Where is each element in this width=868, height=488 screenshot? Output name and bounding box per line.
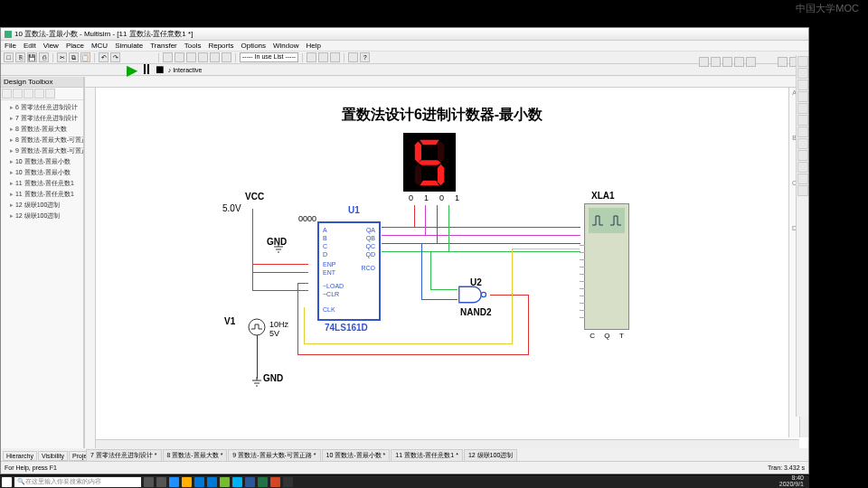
cut-button[interactable]: ✂ [57, 52, 67, 62]
tb-i[interactable] [330, 52, 340, 62]
ppt-icon[interactable] [270, 477, 280, 487]
tree-item[interactable]: 12 级联100进制 [3, 200, 81, 211]
print-button[interactable]: ⎙ [39, 52, 49, 62]
sb-btn-2[interactable] [13, 89, 23, 99]
zoom-in-button[interactable] [699, 57, 709, 67]
tab-visibility[interactable]: Visibility [38, 451, 68, 461]
menu-help[interactable]: Help [306, 42, 320, 50]
inst-10[interactable] [797, 162, 808, 173]
cortana-icon[interactable] [144, 477, 154, 487]
app-icon-3[interactable] [283, 477, 293, 487]
tb-d[interactable] [198, 52, 208, 62]
tb-j[interactable] [348, 52, 358, 62]
store-icon[interactable] [207, 477, 217, 487]
save-button[interactable]: 💾 [27, 52, 37, 62]
menu-mcu[interactable]: MCU [91, 42, 108, 50]
taskview-icon[interactable] [156, 477, 166, 487]
doc-tab[interactable]: 10 置数法-置最小数 * [322, 449, 391, 462]
component-u2[interactable] [458, 285, 489, 305]
stop-button[interactable]: ■ [156, 61, 165, 78]
tree-item[interactable]: 8 置数法-置最大数 [3, 124, 81, 135]
undo-button[interactable]: ↶ [99, 52, 108, 62]
tb-e[interactable] [210, 52, 220, 62]
tb-h[interactable] [318, 52, 328, 62]
inst-9[interactable] [797, 150, 808, 161]
tree-item[interactable]: 7 置零法任意进制设计 [3, 113, 81, 124]
tab-hierarchy[interactable]: Hierarchy [3, 451, 37, 461]
inst-11[interactable] [797, 174, 808, 184]
tb-f[interactable] [222, 52, 231, 62]
new-button[interactable]: □ [4, 52, 14, 62]
fullscreen-button[interactable] [746, 57, 756, 67]
tree-item[interactable]: 6 置零法任意进制设计 [3, 102, 81, 113]
tree-item[interactable]: 9 置数法-置最大数-可置正路 [3, 145, 81, 156]
edge-icon[interactable] [169, 477, 179, 487]
sb-btn-1[interactable] [2, 89, 12, 99]
zoom-area-button[interactable] [734, 57, 744, 67]
menu-place[interactable]: Place [66, 42, 84, 50]
start-button[interactable] [2, 477, 12, 487]
zoom-fit-button[interactable] [722, 57, 732, 67]
tb-c[interactable] [186, 52, 196, 62]
menu-window[interactable]: Window [273, 42, 298, 50]
inst-5[interactable] [797, 103, 808, 114]
word-icon[interactable] [245, 477, 255, 487]
inst-7[interactable] [797, 127, 808, 137]
doc-tab[interactable]: 7 置零法任意进制设计 * [86, 449, 162, 462]
open-button[interactable]: ⎘ [15, 52, 25, 62]
tree-item[interactable]: 8 置数法-置最大数-可置正路 [3, 135, 81, 145]
sb-btn-3[interactable] [24, 89, 33, 99]
menu-edit[interactable]: Edit [24, 42, 36, 50]
component-v1[interactable] [248, 318, 266, 336]
inst-2[interactable] [797, 68, 808, 79]
inst-6[interactable] [797, 115, 808, 126]
seven-segment-display[interactable] [403, 133, 456, 192]
doc-tab[interactable]: 12 级联100进制 [464, 449, 517, 462]
taskbar-search[interactable]: 🔍 在这里输入你要搜索的内容 [14, 477, 141, 487]
inst-8[interactable] [797, 138, 808, 149]
pause-button[interactable]: ⏸ [139, 61, 154, 78]
tree-item[interactable]: 12 级联100进制 [3, 211, 81, 221]
tree-item[interactable]: 10 置数法-置最小数 [3, 167, 81, 178]
doc-tab[interactable]: 8 置数法-置最大数 * [163, 449, 228, 462]
inst-1[interactable] [797, 56, 808, 67]
menu-transfer[interactable]: Transfer [150, 42, 177, 50]
inst-12[interactable] [797, 185, 808, 196]
design-tree[interactable]: 6 置零法任意进制设计 7 置零法任意进制设计 8 置数法-置最大数 8 置数法… [1, 100, 83, 448]
menu-options[interactable]: Options [241, 42, 266, 50]
tree-item[interactable]: 10 置数法-置最小数 [3, 156, 81, 167]
explorer-icon[interactable] [182, 477, 192, 487]
sb-btn-4[interactable] [34, 89, 44, 99]
sb-btn-5[interactable] [45, 89, 55, 99]
doc-tab[interactable]: 11 置数法-置任意数1 * [391, 449, 463, 462]
tree-item[interactable]: 11 置数法-置任意数1 [3, 189, 81, 200]
menu-reports[interactable]: Reports [208, 42, 233, 50]
schematic-canvas[interactable]: 置数法设计6进制计数器-最小数 0 1 0 1 VCC 5.0V GND 000… [96, 88, 788, 437]
taskbar-clock[interactable]: 8:402020/9/1 [779, 474, 804, 487]
menu-view[interactable]: View [43, 42, 59, 50]
run-button[interactable]: ▶ [127, 61, 137, 79]
sim-mode[interactable]: Interactive [173, 67, 202, 73]
inuse-combo[interactable]: ----- In use List ----- [240, 52, 298, 62]
menu-file[interactable]: File [5, 42, 16, 50]
app-icon-1[interactable] [220, 477, 230, 487]
app-icon-2[interactable] [232, 477, 242, 487]
component-u1[interactable]: A B C D ENP ENT ~LOAD ~CLR CLK QA QB QC … [317, 221, 381, 321]
tb-b[interactable] [175, 52, 184, 62]
menu-tools[interactable]: Tools [184, 42, 202, 50]
copy-button[interactable]: ⧉ [69, 52, 79, 62]
tree-item[interactable]: 11 置数法-置任意数1 [3, 178, 81, 189]
inst-4[interactable] [797, 91, 808, 102]
menu-simulate[interactable]: Simulate [115, 42, 143, 50]
list-button[interactable] [778, 57, 788, 67]
scrollbar-horizontal[interactable] [96, 439, 799, 448]
inst-3[interactable] [797, 80, 808, 90]
tb-g[interactable] [307, 52, 316, 62]
excel-icon[interactable] [258, 477, 268, 487]
redo-button[interactable]: ↷ [110, 52, 120, 62]
mail-icon[interactable] [194, 477, 204, 487]
doc-tab[interactable]: 9 置数法-置最大数-可置正路 * [228, 449, 320, 462]
help-icon[interactable]: ? [360, 52, 370, 62]
component-xla1[interactable]: C Q T [584, 203, 629, 330]
paste-button[interactable]: 📋 [80, 52, 90, 62]
